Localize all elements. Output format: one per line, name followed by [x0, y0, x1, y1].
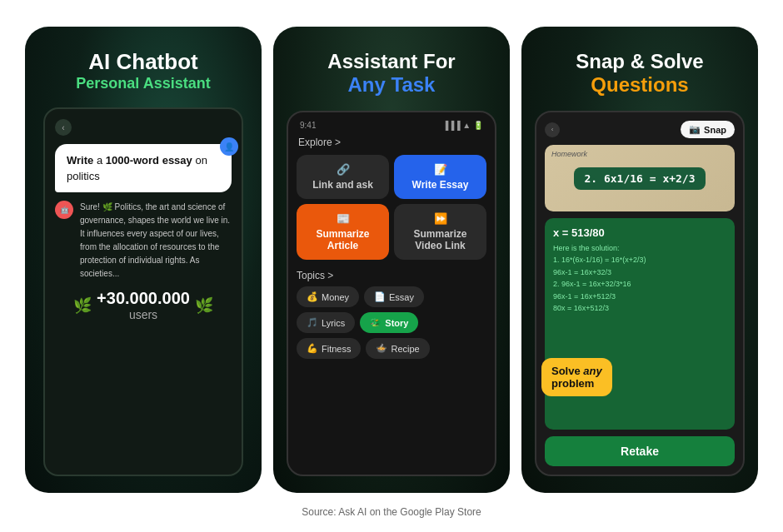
problem-label: problem [551, 377, 594, 390]
card3-snap-solve: Snap & Solve Questions ‹ 📷 Snap Homework… [521, 27, 758, 493]
summarize-icon: 📰 [337, 212, 350, 225]
snap-button[interactable]: 📷 Snap [681, 121, 735, 138]
camera-icon: 📷 [689, 124, 701, 135]
snap-back-icon: ‹ [545, 122, 560, 137]
homework-image: Homework 2. 6x1/16 = x+2/3 [545, 145, 735, 211]
topic-recipe-label: Recipe [391, 344, 419, 354]
lyrics-icon: 🎵 [307, 317, 318, 328]
card3-header: Snap & Solve Questions [535, 50, 745, 98]
solution-title: x = 513/80 [553, 226, 726, 239]
laurel-right-icon: 🌿 [195, 296, 213, 315]
topic-fitness-label: Fitness [322, 344, 351, 354]
ai-response-text: Sure! 🌿 Politics, the art and science of… [80, 201, 232, 281]
users-label: users [97, 308, 190, 321]
summarize-article-button[interactable]: 📰 Summarize Article [297, 204, 389, 260]
btn-link-label: Link and ask [312, 179, 373, 191]
recipe-icon: 🍲 [376, 343, 387, 354]
btn-video-label: Summarize Video Link [401, 228, 480, 251]
story-icon: 🐲 [370, 317, 382, 328]
topic-recipe-button[interactable]: 🍲 Recipe [366, 338, 429, 359]
user-avatar-icon: 👤 [220, 137, 238, 156]
card2-title-line1: Assistant For [327, 50, 455, 72]
btn-write-label: Write Essay [412, 179, 469, 191]
screenshots-container: AI Chatbot Personal Assistant ‹ Write a … [8, 12, 775, 500]
retake-label: Retake [621, 445, 659, 458]
money-icon: 💰 [307, 291, 318, 302]
feature-buttons-grid: 🔗 Link and ask 📝 Write Essay 📰 Summarize… [297, 155, 486, 260]
equation-text: 6x1/16 = x+2/3 [604, 172, 696, 185]
any-label: any [583, 365, 601, 377]
solution-body: Here is the solution: 1. 16*(6x-1/16) = … [553, 242, 726, 314]
topic-fitness-button[interactable]: 💪 Fitness [297, 338, 361, 359]
topic-story-button[interactable]: 🐲 Story [360, 312, 418, 333]
status-icons: ▐▐▐ ▲ 🔋 [442, 121, 483, 130]
chat-bubble-ai: 🤖 Sure! 🌿 Politics, the art and science … [55, 201, 232, 281]
card3-title: Snap & Solve Questions [535, 50, 745, 98]
link-ask-button[interactable]: 🔗 Link and ask [297, 155, 389, 199]
btn-summarize-label: Summarize Article [303, 228, 382, 251]
status-bar: 9:41 ▐▐▐ ▲ 🔋 [297, 121, 486, 130]
phone-screen3: ‹ 📷 Snap Homework 2. 6x1/16 = x+2/3 x = … [535, 111, 745, 475]
snap-header: ‹ 📷 Snap [545, 121, 735, 138]
fitness-icon: 💪 [307, 343, 318, 354]
solution-box: x = 513/80 Here is the solution: 1. 16*(… [545, 218, 735, 429]
topic-story-label: Story [385, 318, 408, 328]
topic-lyrics-button[interactable]: 🎵 Lyrics [297, 312, 355, 333]
snap-label: Snap [704, 125, 726, 135]
topics-label: Topics > [297, 270, 486, 281]
link-icon: 🔗 [337, 163, 350, 176]
back-arrow-icon: ‹ [55, 119, 72, 136]
video-icon: ⏩ [434, 212, 447, 225]
summarize-video-button[interactable]: ⏩ Summarize Video Link [394, 204, 486, 260]
explore-label: Explore > [297, 137, 486, 148]
topic-row-3: 💪 Fitness 🍲 Recipe [297, 338, 486, 359]
topic-lyrics-label: Lyrics [322, 318, 345, 328]
retake-button[interactable]: Retake [545, 436, 735, 466]
card1-title: AI Chatbot [43, 50, 243, 74]
topic-essay-label: Essay [389, 292, 414, 302]
card3-title-highlight: Questions [591, 73, 688, 96]
card2-title-highlight: Any Task [348, 73, 436, 96]
chat-prompt-text: Write a 1000-word essay on politics [67, 154, 207, 182]
solve-badge: Solve any problem [541, 358, 612, 396]
status-time: 9:41 [300, 121, 316, 130]
essay-icon: 📄 [374, 291, 386, 302]
source-text: Source: Ask AI on the Google Play Store [302, 506, 481, 521]
card3-title-line1: Snap & Solve [576, 50, 703, 72]
card1-chatbot: AI Chatbot Personal Assistant ‹ Write a … [25, 27, 262, 493]
card1-header: AI Chatbot Personal Assistant [43, 50, 243, 93]
topic-row-2: 🎵 Lyrics 🐲 Story [297, 312, 486, 333]
topic-money-button[interactable]: 💰 Money [297, 286, 359, 307]
card2-header: Assistant For Any Task [287, 50, 496, 98]
users-badge: 🌿 +30.000.000 users 🌿 [55, 281, 232, 321]
write-icon: 📝 [434, 163, 447, 176]
card1-subtitle: Personal Assistant [43, 75, 243, 92]
write-essay-button[interactable]: 📝 Write Essay [394, 155, 486, 199]
laurel-left-icon: 🌿 [73, 296, 92, 315]
phone-screen2: 9:41 ▐▐▐ ▲ 🔋 Explore > 🔗 Link and ask 📝 … [287, 111, 496, 475]
users-count: +30.000.000 [97, 289, 190, 308]
phone-mockup1: ‹ Write a 1000-word essay on politics 👤 … [43, 107, 243, 475]
solve-label: Solve [551, 365, 581, 377]
equation-display: 2. 6x1/16 = x+2/3 [574, 167, 705, 190]
topic-row-1: 💰 Money 📄 Essay [297, 286, 486, 307]
card2-assistant: Assistant For Any Task 9:41 ▐▐▐ ▲ 🔋 Expl… [273, 27, 510, 493]
solve-wrapper: x = 513/80 Here is the solution: 1. 16*(… [545, 218, 735, 465]
homework-label: Homework [551, 150, 587, 158]
topic-money-label: Money [322, 292, 349, 302]
card2-title: Assistant For Any Task [287, 50, 496, 98]
ai-bot-icon: 🤖 [55, 201, 73, 219]
chat-bubble-user: Write a 1000-word essay on politics 👤 [55, 144, 232, 192]
topic-essay-button[interactable]: 📄 Essay [364, 286, 424, 307]
